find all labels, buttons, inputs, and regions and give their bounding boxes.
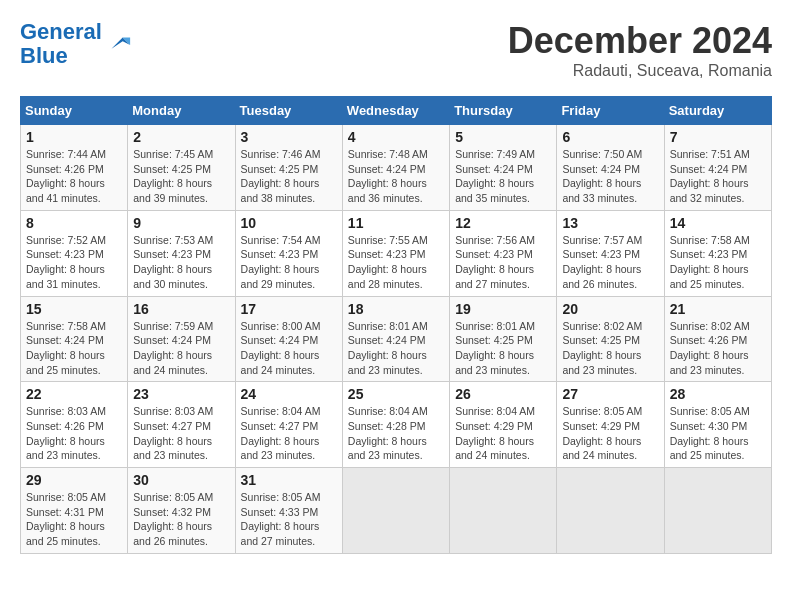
day-info: Sunrise: 7:58 AM Sunset: 4:24 PM Dayligh… bbox=[26, 319, 122, 378]
calendar-cell bbox=[450, 468, 557, 554]
day-info: Sunrise: 7:52 AM Sunset: 4:23 PM Dayligh… bbox=[26, 233, 122, 292]
day-number: 15 bbox=[26, 301, 122, 317]
logo-text: General Blue bbox=[20, 20, 102, 68]
calendar-cell: 18Sunrise: 8:01 AM Sunset: 4:24 PM Dayli… bbox=[342, 296, 449, 382]
calendar-header: SundayMondayTuesdayWednesdayThursdayFrid… bbox=[21, 97, 772, 125]
day-number: 1 bbox=[26, 129, 122, 145]
day-number: 11 bbox=[348, 215, 444, 231]
day-number: 9 bbox=[133, 215, 229, 231]
day-info: Sunrise: 8:04 AM Sunset: 4:29 PM Dayligh… bbox=[455, 404, 551, 463]
calendar-cell: 21Sunrise: 8:02 AM Sunset: 4:26 PM Dayli… bbox=[664, 296, 771, 382]
calendar-week-4: 22Sunrise: 8:03 AM Sunset: 4:26 PM Dayli… bbox=[21, 382, 772, 468]
logo-icon bbox=[104, 30, 132, 58]
day-info: Sunrise: 7:55 AM Sunset: 4:23 PM Dayligh… bbox=[348, 233, 444, 292]
day-info: Sunrise: 7:48 AM Sunset: 4:24 PM Dayligh… bbox=[348, 147, 444, 206]
title-block: December 2024 Radauti, Suceava, Romania bbox=[508, 20, 772, 80]
calendar-cell: 24Sunrise: 8:04 AM Sunset: 4:27 PM Dayli… bbox=[235, 382, 342, 468]
day-info: Sunrise: 7:53 AM Sunset: 4:23 PM Dayligh… bbox=[133, 233, 229, 292]
calendar-cell: 13Sunrise: 7:57 AM Sunset: 4:23 PM Dayli… bbox=[557, 210, 664, 296]
calendar-cell: 16Sunrise: 7:59 AM Sunset: 4:24 PM Dayli… bbox=[128, 296, 235, 382]
day-number: 22 bbox=[26, 386, 122, 402]
calendar-week-3: 15Sunrise: 7:58 AM Sunset: 4:24 PM Dayli… bbox=[21, 296, 772, 382]
calendar-cell: 20Sunrise: 8:02 AM Sunset: 4:25 PM Dayli… bbox=[557, 296, 664, 382]
page-header: General Blue December 2024 Radauti, Suce… bbox=[20, 20, 772, 80]
day-number: 5 bbox=[455, 129, 551, 145]
day-info: Sunrise: 8:01 AM Sunset: 4:25 PM Dayligh… bbox=[455, 319, 551, 378]
calendar-week-2: 8Sunrise: 7:52 AM Sunset: 4:23 PM Daylig… bbox=[21, 210, 772, 296]
day-number: 7 bbox=[670, 129, 766, 145]
calendar-cell: 6Sunrise: 7:50 AM Sunset: 4:24 PM Daylig… bbox=[557, 125, 664, 211]
day-info: Sunrise: 7:50 AM Sunset: 4:24 PM Dayligh… bbox=[562, 147, 658, 206]
day-info: Sunrise: 7:58 AM Sunset: 4:23 PM Dayligh… bbox=[670, 233, 766, 292]
day-number: 6 bbox=[562, 129, 658, 145]
day-info: Sunrise: 8:03 AM Sunset: 4:27 PM Dayligh… bbox=[133, 404, 229, 463]
calendar-week-1: 1Sunrise: 7:44 AM Sunset: 4:26 PM Daylig… bbox=[21, 125, 772, 211]
day-info: Sunrise: 8:00 AM Sunset: 4:24 PM Dayligh… bbox=[241, 319, 337, 378]
day-number: 19 bbox=[455, 301, 551, 317]
day-number: 30 bbox=[133, 472, 229, 488]
day-number: 26 bbox=[455, 386, 551, 402]
day-info: Sunrise: 7:46 AM Sunset: 4:25 PM Dayligh… bbox=[241, 147, 337, 206]
calendar-week-5: 29Sunrise: 8:05 AM Sunset: 4:31 PM Dayli… bbox=[21, 468, 772, 554]
day-number: 4 bbox=[348, 129, 444, 145]
calendar-cell: 17Sunrise: 8:00 AM Sunset: 4:24 PM Dayli… bbox=[235, 296, 342, 382]
day-number: 10 bbox=[241, 215, 337, 231]
calendar-cell: 1Sunrise: 7:44 AM Sunset: 4:26 PM Daylig… bbox=[21, 125, 128, 211]
day-number: 18 bbox=[348, 301, 444, 317]
col-header-saturday: Saturday bbox=[664, 97, 771, 125]
calendar-cell bbox=[664, 468, 771, 554]
calendar-cell: 25Sunrise: 8:04 AM Sunset: 4:28 PM Dayli… bbox=[342, 382, 449, 468]
calendar-cell: 22Sunrise: 8:03 AM Sunset: 4:26 PM Dayli… bbox=[21, 382, 128, 468]
day-info: Sunrise: 7:57 AM Sunset: 4:23 PM Dayligh… bbox=[562, 233, 658, 292]
day-info: Sunrise: 8:02 AM Sunset: 4:25 PM Dayligh… bbox=[562, 319, 658, 378]
day-info: Sunrise: 7:59 AM Sunset: 4:24 PM Dayligh… bbox=[133, 319, 229, 378]
day-info: Sunrise: 8:05 AM Sunset: 4:30 PM Dayligh… bbox=[670, 404, 766, 463]
calendar-cell: 19Sunrise: 8:01 AM Sunset: 4:25 PM Dayli… bbox=[450, 296, 557, 382]
day-info: Sunrise: 8:05 AM Sunset: 4:29 PM Dayligh… bbox=[562, 404, 658, 463]
col-header-thursday: Thursday bbox=[450, 97, 557, 125]
calendar-cell: 23Sunrise: 8:03 AM Sunset: 4:27 PM Dayli… bbox=[128, 382, 235, 468]
day-number: 20 bbox=[562, 301, 658, 317]
day-info: Sunrise: 8:04 AM Sunset: 4:28 PM Dayligh… bbox=[348, 404, 444, 463]
col-header-wednesday: Wednesday bbox=[342, 97, 449, 125]
day-info: Sunrise: 8:05 AM Sunset: 4:31 PM Dayligh… bbox=[26, 490, 122, 549]
day-info: Sunrise: 8:03 AM Sunset: 4:26 PM Dayligh… bbox=[26, 404, 122, 463]
day-number: 21 bbox=[670, 301, 766, 317]
day-number: 16 bbox=[133, 301, 229, 317]
calendar-cell: 28Sunrise: 8:05 AM Sunset: 4:30 PM Dayli… bbox=[664, 382, 771, 468]
col-header-monday: Monday bbox=[128, 97, 235, 125]
day-number: 27 bbox=[562, 386, 658, 402]
day-info: Sunrise: 8:05 AM Sunset: 4:32 PM Dayligh… bbox=[133, 490, 229, 549]
day-number: 3 bbox=[241, 129, 337, 145]
day-number: 13 bbox=[562, 215, 658, 231]
day-number: 24 bbox=[241, 386, 337, 402]
day-number: 2 bbox=[133, 129, 229, 145]
location-subtitle: Radauti, Suceava, Romania bbox=[508, 62, 772, 80]
calendar-cell: 10Sunrise: 7:54 AM Sunset: 4:23 PM Dayli… bbox=[235, 210, 342, 296]
calendar-cell bbox=[557, 468, 664, 554]
calendar-cell: 2Sunrise: 7:45 AM Sunset: 4:25 PM Daylig… bbox=[128, 125, 235, 211]
calendar-cell: 12Sunrise: 7:56 AM Sunset: 4:23 PM Dayli… bbox=[450, 210, 557, 296]
day-number: 28 bbox=[670, 386, 766, 402]
logo: General Blue bbox=[20, 20, 132, 68]
col-header-tuesday: Tuesday bbox=[235, 97, 342, 125]
day-number: 23 bbox=[133, 386, 229, 402]
col-header-friday: Friday bbox=[557, 97, 664, 125]
day-info: Sunrise: 7:56 AM Sunset: 4:23 PM Dayligh… bbox=[455, 233, 551, 292]
col-header-sunday: Sunday bbox=[21, 97, 128, 125]
day-info: Sunrise: 8:04 AM Sunset: 4:27 PM Dayligh… bbox=[241, 404, 337, 463]
day-number: 25 bbox=[348, 386, 444, 402]
calendar-cell: 11Sunrise: 7:55 AM Sunset: 4:23 PM Dayli… bbox=[342, 210, 449, 296]
day-number: 14 bbox=[670, 215, 766, 231]
day-info: Sunrise: 8:01 AM Sunset: 4:24 PM Dayligh… bbox=[348, 319, 444, 378]
day-info: Sunrise: 8:05 AM Sunset: 4:33 PM Dayligh… bbox=[241, 490, 337, 549]
day-info: Sunrise: 7:54 AM Sunset: 4:23 PM Dayligh… bbox=[241, 233, 337, 292]
calendar-cell: 26Sunrise: 8:04 AM Sunset: 4:29 PM Dayli… bbox=[450, 382, 557, 468]
day-number: 31 bbox=[241, 472, 337, 488]
day-info: Sunrise: 8:02 AM Sunset: 4:26 PM Dayligh… bbox=[670, 319, 766, 378]
calendar-cell: 7Sunrise: 7:51 AM Sunset: 4:24 PM Daylig… bbox=[664, 125, 771, 211]
day-info: Sunrise: 7:51 AM Sunset: 4:24 PM Dayligh… bbox=[670, 147, 766, 206]
calendar-table: SundayMondayTuesdayWednesdayThursdayFrid… bbox=[20, 96, 772, 554]
day-number: 8 bbox=[26, 215, 122, 231]
day-info: Sunrise: 7:49 AM Sunset: 4:24 PM Dayligh… bbox=[455, 147, 551, 206]
